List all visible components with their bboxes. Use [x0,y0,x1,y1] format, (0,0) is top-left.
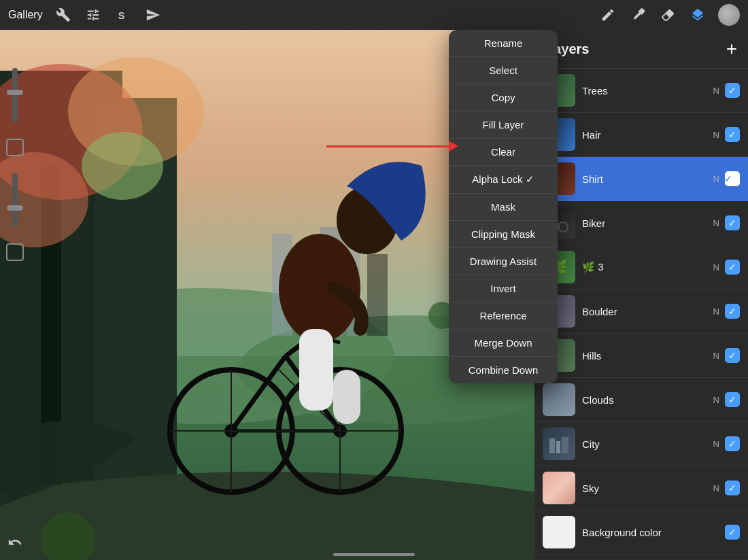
pencil-icon[interactable] [598,5,617,24]
style-icon[interactable]: S [114,5,133,24]
arrow-head [449,141,458,152]
layer-item-boulder[interactable]: Boulder N [534,290,748,334]
layer-info-hair: Hair [582,129,713,141]
layer-item-city[interactable]: City N [534,422,748,466]
layer-name-trees: Trees [582,85,713,97]
layer-item-hair[interactable]: Hair N [534,113,748,157]
layer-checkbox-boulder[interactable] [725,304,740,319]
wrench-icon[interactable] [54,5,73,24]
layer-name-sky: Sky [582,483,713,494]
menu-clear[interactable]: Clear [449,139,558,166]
layer-info-background-color: Background color [582,527,725,538]
menu-mask[interactable]: Mask [449,194,558,221]
layer-thumb-city [543,427,575,460]
svg-rect-34 [299,329,333,410]
layers-panel: Layers + Trees N Hair N [534,30,748,560]
layer-controls-boulder: N [713,304,740,319]
undo-icon[interactable] [5,533,24,552]
menu-select[interactable]: Select [449,57,558,84]
layer-checkbox-clouds[interactable] [725,392,740,407]
layer-controls-trees: N [713,83,740,98]
opacity-slider[interactable] [12,173,18,227]
layer-name-city: City [582,438,713,450]
layer-name-biker: Biker [582,217,713,229]
layer-checkbox-trees[interactable] [725,83,740,98]
layer-mode-3: N [713,262,719,273]
layer-controls-shirt: N ✓ [713,171,740,186]
menu-rename[interactable]: Rename [449,30,558,57]
menu-merge-down[interactable]: Merge Down [449,330,558,357]
svg-rect-35 [333,370,360,424]
layers-icon[interactable] [688,5,707,24]
layer-checkbox-biker[interactable] [725,215,740,230]
layer-item-background-color[interactable]: Background color [534,510,748,555]
layer-controls-hair: N [713,127,740,142]
red-arrow-indicator [326,141,458,152]
layer-checkbox-hills[interactable] [725,348,740,363]
layer-mode-hair: N [713,130,719,140]
layer-thumb-background-color [543,516,575,548]
layers-list: Trees N Hair N Shirt N [534,69,748,560]
layer-item-clouds[interactable]: Clouds N [534,378,748,422]
layer-thumb-clouds [543,383,575,416]
layer-name-boulder: Boulder [582,306,713,317]
menu-alpha-lock[interactable]: Alpha Lock ✓ [449,166,558,194]
layer-controls-clouds: N [713,392,740,407]
menu-clipping-mask[interactable]: Clipping Mask [449,221,558,248]
brush-size-slider[interactable] [12,68,18,122]
svg-rect-42 [549,438,555,453]
layer-info-3: 🌿 3 [582,261,713,273]
menu-combine-down[interactable]: Combine Down [449,357,558,383]
layer-checkbox-background-color[interactable] [725,525,740,540]
layer-controls-hills: N [713,348,740,363]
layer-mode-clouds: N [713,395,719,405]
menu-copy[interactable]: Copy [449,84,558,111]
opacity-thumb [7,205,23,211]
svg-point-16 [82,132,163,200]
layer-mode-city: N [713,439,719,449]
layer-item-3[interactable]: 🌿 🌿 3 N [534,245,748,290]
layer-item-trees[interactable]: Trees N [534,69,748,113]
menu-reference[interactable]: Reference [449,302,558,330]
layer-thumb-sky [543,472,575,504]
eraser-icon[interactable] [658,5,677,24]
menu-drawing-assist[interactable]: Drawing Assist [449,248,558,275]
layer-info-sky: Sky [582,483,713,494]
layer-checkbox-shirt[interactable]: ✓ [725,171,740,186]
arrow-line [326,145,449,147]
menu-invert[interactable]: Invert [449,275,558,302]
layer-checkbox-sky[interactable] [725,480,740,495]
adjust-icon[interactable] [84,5,103,24]
layer-info-clouds: Clouds [582,394,713,406]
layer-mode-trees: N [713,86,719,96]
transform-box[interactable] [6,243,24,261]
layers-add-button[interactable]: + [726,39,737,58]
layer-checkbox-city[interactable] [725,436,740,451]
menu-fill-layer[interactable]: Fill Layer [449,111,558,139]
layer-controls-biker: N [713,215,740,230]
brush-size-thumb [7,90,23,95]
svg-rect-43 [556,441,560,453]
avatar[interactable] [718,4,740,26]
layer-item-hills[interactable]: Hills N [534,334,748,378]
layer-name-hills: Hills [582,350,713,362]
layer-item-shirt[interactable]: Shirt N ✓ [534,157,748,201]
layer-item-sky[interactable]: Sky N [534,466,748,510]
color-picker-box[interactable] [6,139,24,156]
home-indicator [333,553,415,556]
ink-icon[interactable] [628,5,647,24]
layer-mode-hills: N [713,351,719,361]
share-icon[interactable] [143,5,163,24]
layer-info-biker: Biker [582,217,713,229]
layer-info-trees: Trees [582,85,713,97]
toolbar-right [598,4,740,26]
layer-mode-biker: N [713,218,719,228]
layer-checkbox-hair[interactable] [725,127,740,142]
gallery-button[interactable]: Gallery [8,9,43,21]
layer-controls-3: N [713,260,740,275]
layer-controls-background-color [725,525,740,540]
svg-rect-44 [562,437,568,453]
layer-checkbox-3[interactable] [725,260,740,275]
layer-item-biker[interactable]: Biker N [534,201,748,245]
layer-name-shirt: Shirt [582,173,713,185]
